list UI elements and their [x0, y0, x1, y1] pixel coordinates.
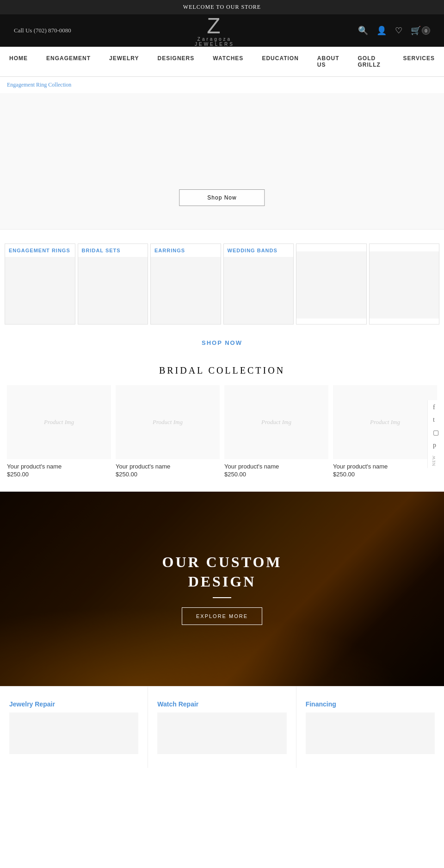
category-label-5	[296, 244, 366, 251]
nav-grillz[interactable]: GOLD GRILLZ	[349, 47, 394, 76]
category-img-bridal	[78, 257, 148, 324]
product-price-1: $250.00	[7, 471, 111, 478]
product-name-4: Your product's name	[333, 463, 437, 470]
category-label-wedding: WEDDING BANDS	[224, 244, 294, 257]
product-name-3: Your product's name	[224, 463, 328, 470]
category-item-5[interactable]	[296, 244, 367, 325]
service-financing[interactable]: Financing	[296, 687, 444, 768]
service-img-financing	[306, 712, 435, 754]
hero-section: Shop Now	[0, 93, 444, 230]
category-img-6	[370, 251, 439, 318]
cart-wrapper[interactable]: 🛒 0	[411, 25, 430, 36]
bridal-section: BRIDAL COLLECTION Product Img Your produ…	[0, 356, 444, 492]
category-item-6[interactable]	[369, 244, 440, 325]
main-nav: HOME ENGAGEMENT JEWELRY DESIGNERS WATCHE…	[0, 47, 444, 77]
service-label-watch: Watch Repair	[157, 700, 286, 708]
explore-more-button[interactable]: EXPLORE MORE	[182, 607, 262, 625]
new-label: NEW	[432, 455, 440, 466]
category-img-engagement	[5, 257, 75, 324]
nav-services[interactable]: SERVICES	[394, 47, 444, 76]
banner-divider	[213, 597, 231, 598]
product-price-4: $250.00	[333, 471, 437, 478]
product-card-1[interactable]: Product Img Your product's name $250.00	[7, 385, 111, 478]
custom-design-banner: OUR CUSTOM DESIGN EXPLORE MORE	[0, 492, 444, 686]
wishlist-icon[interactable]: ♡	[395, 25, 402, 36]
shop-now-section: SHOP NOW	[0, 329, 444, 356]
nav-jewelry[interactable]: JEWELRY	[100, 47, 148, 76]
category-wedding-bands[interactable]: WEDDING BANDS	[223, 244, 294, 325]
welcome-message: WELCOME TO OUR STORE	[183, 4, 261, 10]
product-card-4[interactable]: Product Img Your product's name $250.00	[333, 385, 437, 478]
service-jewelry-repair[interactable]: Jewelry Repair	[0, 687, 148, 768]
banner-title: OUR CUSTOM DESIGN	[162, 553, 282, 591]
banner-title-line1: OUR CUSTOM	[162, 554, 282, 570]
service-label-financing: Financing	[306, 700, 435, 708]
hero-button[interactable]: Shop Now	[179, 189, 265, 206]
category-bridal-sets[interactable]: BRIDAL SETS	[78, 244, 148, 325]
services-footer: Jewelry Repair Watch Repair Financing	[0, 686, 444, 768]
product-price-2: $250.00	[116, 471, 220, 478]
header-icons: 🔍 👤 ♡ 🛒 0	[358, 25, 430, 36]
nav-about[interactable]: ABOUT US	[308, 47, 349, 76]
phone-label: Call Us	[14, 27, 32, 34]
bridal-title: BRIDAL COLLECTION	[7, 365, 437, 376]
category-label-6	[370, 244, 439, 251]
product-card-2[interactable]: Product Img Your product's name $250.00	[116, 385, 220, 478]
phone-info: Call Us (702) 870-0080	[14, 27, 71, 34]
account-icon[interactable]: 👤	[376, 25, 387, 36]
nav-home[interactable]: HOME	[0, 47, 37, 76]
category-img-earrings	[151, 257, 221, 324]
logo-sub: JEWELERS	[195, 42, 234, 47]
product-grid: Product Img Your product's name $250.00 …	[7, 385, 437, 478]
service-img-jewelry	[9, 712, 138, 754]
nav-designers[interactable]: DESIGNERS	[148, 47, 204, 76]
category-earrings[interactable]: EARRINGS	[150, 244, 221, 325]
twitter-icon[interactable]: t	[432, 415, 440, 425]
search-icon[interactable]: 🔍	[358, 25, 368, 36]
nav-engagement[interactable]: ENGAGEMENT	[37, 47, 100, 76]
nav-watches[interactable]: WATCHES	[204, 47, 253, 76]
product-name-2: Your product's name	[116, 463, 220, 470]
category-engagement-rings[interactable]: ENGAGEMENT RINGS	[5, 244, 75, 325]
category-label-engagement: ENGAGEMENT RINGS	[5, 244, 75, 257]
logo[interactable]: ZZaragoza JEWELERS	[195, 15, 234, 47]
service-label-jewelry: Jewelry Repair	[9, 700, 138, 708]
product-name-1: Your product's name	[7, 463, 111, 470]
banner-content: OUR CUSTOM DESIGN EXPLORE MORE	[162, 553, 282, 624]
category-label-bridal: BRIDAL SETS	[78, 244, 148, 257]
product-card-3[interactable]: Product Img Your product's name $250.00	[224, 385, 328, 478]
category-img-wedding	[224, 257, 294, 324]
breadcrumb[interactable]: Engagement Ring Collection	[0, 77, 444, 93]
category-img-5	[296, 251, 366, 318]
nav-education[interactable]: EDUCATION	[253, 47, 308, 76]
product-img-1: Product Img	[7, 385, 111, 459]
category-label-earrings: EARRINGS	[151, 244, 221, 257]
category-grid: ENGAGEMENT RINGS BRIDAL SETS EARRINGS WE…	[5, 244, 439, 325]
product-img-3: Product Img	[224, 385, 328, 459]
product-img-2: Product Img	[116, 385, 220, 459]
shop-now-button[interactable]: SHOP NOW	[202, 339, 242, 346]
pinterest-icon[interactable]: p	[432, 440, 440, 450]
header: Call Us (702) 870-0080 ZZaragoza JEWELER…	[0, 14, 444, 47]
service-watch-repair[interactable]: Watch Repair	[148, 687, 296, 768]
category-section: ENGAGEMENT RINGS BRIDAL SETS EARRINGS WE…	[0, 230, 444, 329]
facebook-icon[interactable]: f	[432, 402, 440, 412]
cart-count: 0	[422, 26, 430, 35]
product-price-3: $250.00	[224, 471, 328, 478]
phone-number: (702) 870-0080	[34, 27, 71, 34]
logo-z: ZZaragoza	[195, 15, 234, 42]
service-img-watch	[157, 712, 286, 754]
banner-title-line2: DESIGN	[188, 573, 256, 590]
top-bar: WELCOME TO OUR STORE	[0, 0, 444, 14]
product-img-4: Product Img	[333, 385, 437, 459]
social-sidebar: f t ▢ p NEW	[427, 400, 444, 468]
cart-icon[interactable]: 🛒	[411, 25, 421, 36]
instagram-icon[interactable]: ▢	[432, 427, 440, 438]
